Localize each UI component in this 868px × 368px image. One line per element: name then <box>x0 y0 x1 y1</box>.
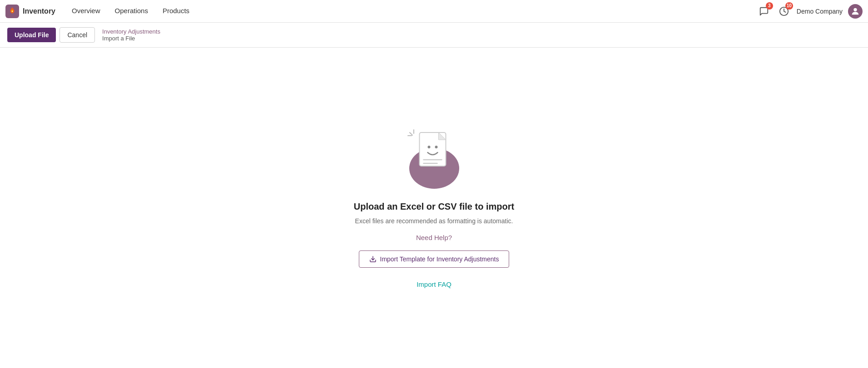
company-name: Demo Company <box>797 8 843 15</box>
breadcrumb: Inventory Adjustments Import a File <box>102 28 160 42</box>
brand-icon <box>5 5 19 18</box>
breadcrumb-link[interactable]: Inventory Adjustments <box>102 28 160 35</box>
document-icon <box>417 132 451 173</box>
navbar: Inventory Overview Operations Products 3… <box>0 0 868 23</box>
import-template-label: Import Template for Inventory Adjustment… <box>380 255 499 263</box>
nav-products[interactable]: Products <box>155 0 197 23</box>
upload-file-button[interactable]: Upload File <box>7 28 56 42</box>
navbar-right: 3 10 Demo Company <box>757 4 863 19</box>
svg-point-2 <box>853 8 857 11</box>
breadcrumb-current: Import a File <box>102 35 160 42</box>
messages-button[interactable]: 3 <box>757 4 771 19</box>
action-bar: Upload File Cancel Inventory Adjustments… <box>0 23 868 48</box>
need-help-link[interactable]: Need Help? <box>416 234 452 241</box>
user-avatar-icon <box>850 6 860 16</box>
import-template-button[interactable]: Import Template for Inventory Adjustment… <box>359 250 510 268</box>
svg-point-7 <box>427 146 430 148</box>
brand-label: Inventory <box>23 7 55 15</box>
avatar[interactable] <box>848 4 863 19</box>
messages-badge: 3 <box>766 2 773 10</box>
svg-line-4 <box>410 132 412 135</box>
activities-badge: 10 <box>785 2 793 10</box>
nav-operations[interactable]: Operations <box>108 0 155 23</box>
upload-title: Upload an Excel or CSV file to import <box>354 201 514 212</box>
cancel-button[interactable]: Cancel <box>60 27 95 43</box>
upload-illustration <box>402 125 466 189</box>
brand[interactable]: Inventory <box>5 5 55 18</box>
nav-overview[interactable]: Overview <box>64 0 108 23</box>
activities-button[interactable]: 10 <box>777 4 791 19</box>
main-content: Upload an Excel or CSV file to import Ex… <box>0 48 868 366</box>
download-icon <box>369 255 377 263</box>
upload-subtitle: Excel files are recommended as formattin… <box>355 217 513 225</box>
svg-point-8 <box>435 146 437 148</box>
import-faq-link[interactable]: Import FAQ <box>417 280 451 288</box>
